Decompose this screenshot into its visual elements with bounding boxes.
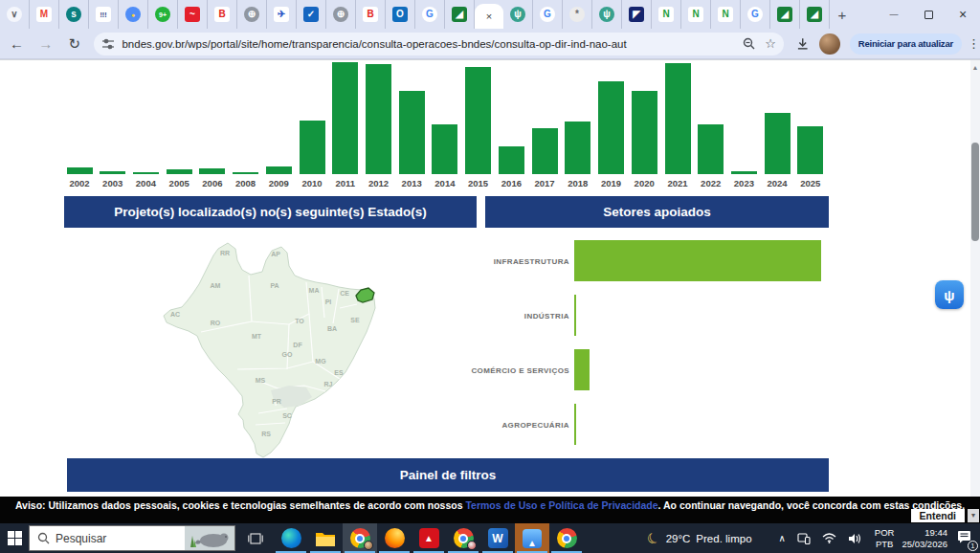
pinned-tab[interactable]: ◢ [770, 0, 800, 29]
year-bar-2018[interactable] [565, 122, 590, 174]
pinned-tab[interactable]: ~ [178, 0, 208, 29]
pinned-tab[interactable]: ⊕ [326, 0, 356, 29]
pinned-tab[interactable]: B [208, 0, 237, 29]
scroll-up-icon[interactable]: ▲ [970, 64, 980, 71]
year-bar-2013[interactable] [399, 91, 425, 174]
year-bar-2015[interactable] [465, 67, 491, 174]
year-bar-2008[interactable] [233, 172, 258, 174]
pinned-tab[interactable]: ◢ [800, 0, 830, 29]
pinned-tab[interactable]: N [681, 0, 711, 29]
year-bar-2010[interactable] [300, 121, 325, 174]
sector-bar[interactable] [574, 349, 590, 390]
taskbar-app-word[interactable]: W [480, 523, 515, 553]
taskbar-app-chrome[interactable] [343, 523, 377, 553]
year-bar-2005[interactable] [167, 169, 192, 174]
taskbar-app-acrobat[interactable]: ▲ [412, 523, 446, 553]
wifi-icon[interactable] [822, 533, 836, 543]
devices-icon[interactable] [797, 533, 811, 544]
handtalk-accessibility-button[interactable]: ψ [935, 280, 964, 309]
weather-temperature[interactable]: 29°C [666, 533, 691, 544]
pinned-tab[interactable]: ● [119, 0, 148, 29]
download-icon[interactable] [795, 36, 810, 52]
year-bar-2019[interactable] [598, 81, 624, 174]
active-tab[interactable]: × [475, 4, 503, 29]
task-view-button[interactable] [241, 523, 270, 553]
minimize-button[interactable]: — [877, 0, 911, 29]
start-button[interactable] [0, 523, 29, 553]
pinned-tab[interactable]: B [356, 0, 386, 29]
taskbar-app-firefox[interactable] [377, 523, 412, 553]
year-bar-2025[interactable] [797, 126, 823, 174]
back-button[interactable]: ← [5, 32, 29, 56]
pinned-tab[interactable]: 9+ [148, 0, 178, 29]
action-center-button[interactable]: 1 [957, 530, 972, 547]
page-scrollbar[interactable]: ▲ [970, 60, 980, 497]
year-bar-2017[interactable] [532, 128, 558, 174]
taskbar-app-edge[interactable] [274, 523, 308, 553]
year-bar-2002[interactable] [67, 167, 93, 174]
address-bar[interactable]: bndes.gov.br/wps/portal/site/home/transp… [94, 33, 784, 55]
tray-expand-chevron-icon[interactable]: ∧ [779, 533, 786, 543]
pinned-tab[interactable]: ψ [592, 0, 622, 29]
pinned-tab[interactable]: ◤ [622, 0, 652, 29]
brazil-states-map[interactable]: RRAPAMPAMACEPITOBASEACROMTGODFMGESRJMSPR… [144, 235, 450, 465]
forward-button[interactable]: → [33, 32, 57, 56]
weather-moon-icon[interactable]: ☾ [644, 528, 663, 549]
year-bar-2024[interactable] [765, 113, 791, 174]
year-bar-2009[interactable] [266, 166, 292, 174]
pinned-tab[interactable]: ψ [503, 0, 533, 29]
browser-menu-icon[interactable]: ⋮ [968, 36, 980, 51]
pinned-tab[interactable]: N [711, 0, 741, 29]
pinned-tab[interactable]: s [59, 0, 89, 29]
zoom-icon[interactable] [743, 37, 755, 50]
year-bar-2006[interactable] [199, 168, 225, 174]
language-indicator[interactable]: POR PTB [875, 527, 895, 549]
sector-bar[interactable] [574, 295, 576, 336]
volume-icon[interactable] [848, 533, 861, 544]
taskbar-app-chrome-profile[interactable] [446, 523, 480, 553]
pinned-tab[interactable]: ∨ [0, 0, 30, 29]
bookmark-star-icon[interactable]: ☆ [765, 36, 776, 51]
pinned-tab[interactable]: !!! [89, 0, 119, 29]
pinned-tab[interactable]: G [533, 0, 563, 29]
pinned-tab[interactable]: N [652, 0, 681, 29]
year-bar-2016[interactable] [499, 146, 524, 174]
pinned-tab[interactable]: G [415, 0, 445, 29]
clock[interactable]: 19:44 25/03/2026 [902, 527, 947, 549]
weather-description[interactable]: Pred. limpo [696, 533, 751, 544]
restore-button[interactable] [911, 0, 946, 29]
scrollbar-thumb[interactable] [971, 143, 979, 241]
close-window-button[interactable]: × [946, 0, 980, 29]
sector-bar[interactable] [574, 240, 821, 281]
taskbar-app-file-explorer[interactable] [308, 523, 343, 553]
sector-bar[interactable] [574, 404, 576, 445]
year-bar-2022[interactable] [698, 124, 724, 174]
pinned-tab[interactable]: * [563, 0, 592, 29]
site-info-tune-icon[interactable] [101, 37, 115, 51]
terms-privacy-link[interactable]: Termos de Uso e Política de Privacidade [465, 499, 657, 511]
cookie-dropdown-arrow-icon[interactable]: ▾ [968, 509, 979, 522]
taskbar-app-chrome-alt[interactable] [549, 523, 584, 553]
profile-avatar[interactable] [819, 33, 839, 55]
pinned-tab[interactable]: M [30, 0, 59, 29]
taskbar-app-photos[interactable]: ▲ [515, 523, 549, 553]
taskbar-search-input[interactable]: Pesquisar [29, 525, 235, 551]
reload-button[interactable]: ↻ [62, 32, 86, 56]
url-text[interactable]: bndes.gov.br/wps/portal/site/home/transp… [122, 38, 737, 50]
filters-panel-header[interactable]: Painel de filtros [67, 458, 829, 492]
pinned-tab[interactable]: ⊕ [237, 0, 267, 29]
year-bar-2021[interactable] [665, 63, 691, 174]
year-bar-2014[interactable] [432, 124, 457, 174]
pinned-tab[interactable]: ✓ [297, 0, 326, 29]
pinned-tab[interactable]: O [386, 0, 415, 29]
new-tab-button[interactable]: + [830, 2, 855, 27]
year-bar-2023[interactable] [731, 171, 757, 174]
pinned-tab[interactable]: ✈ [267, 0, 297, 29]
year-bar-2012[interactable] [366, 64, 391, 174]
tab-close-icon[interactable]: × [486, 11, 492, 22]
pinned-tab[interactable]: ◢ [445, 0, 475, 29]
pinned-tab[interactable]: G [741, 0, 770, 29]
manatee-search-image[interactable] [185, 526, 234, 550]
year-bar-2020[interactable] [632, 91, 657, 174]
year-bar-2003[interactable] [100, 171, 125, 174]
